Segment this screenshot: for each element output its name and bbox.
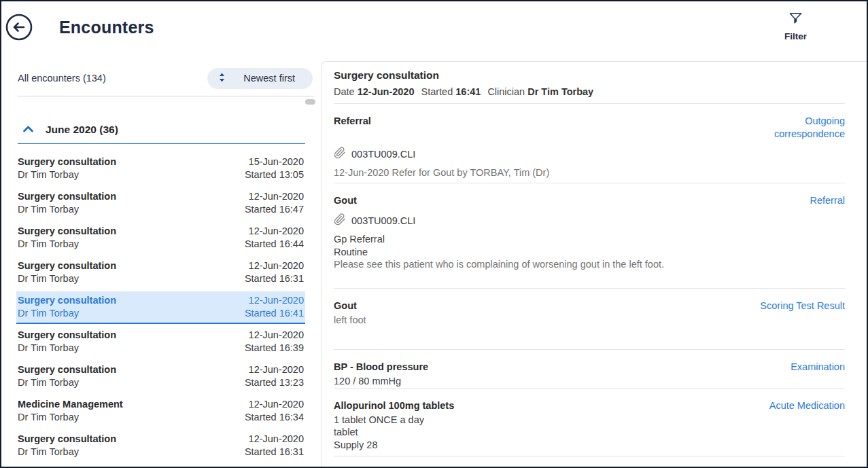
detail-section: BP - Blood pressure Examination 120 / 80… — [334, 350, 845, 389]
section-category-link[interactable]: Referral — [810, 194, 845, 207]
encounter-type: Medicine Management — [18, 398, 123, 411]
list-item[interactable]: Surgery consultation Dr Tim Torbay 15-Ju… — [16, 153, 305, 184]
section-text-line: 1 tablet ONCE a day — [334, 414, 845, 427]
list-item[interactable]: Surgery consultation Dr Tim Torbay 12-Ju… — [16, 326, 305, 357]
attachment-row[interactable]: 003TU009.CLI — [334, 213, 845, 228]
encounter-type: Surgery consultation — [18, 190, 116, 203]
encounter-type: Surgery consultation — [18, 363, 116, 376]
encounter-clinician: Dr Tim Torbay — [18, 446, 116, 458]
list-item[interactable]: Surgery consultation Dr Tim Torbay 12-Ju… — [16, 222, 305, 253]
scrollbar-thumb[interactable] — [305, 99, 315, 105]
encounter-clinician: Dr Tim Torbay — [18, 168, 116, 181]
detail-header: Surgery consultation Date 12-Jun-2020Sta… — [334, 69, 845, 104]
encounter-type: Surgery consultation — [18, 329, 116, 342]
section-title: Gout — [334, 300, 357, 312]
list-item[interactable]: Surgery consultation Dr Tim Torbay 12-Ju… — [16, 291, 305, 324]
encounter-started-time: Started 16:44 — [245, 238, 304, 251]
meta-label: Started — [421, 86, 456, 97]
toolbar-divider — [18, 96, 314, 96]
section-lines: 1 tablet ONCE a daytabletSupply 28 — [334, 414, 845, 452]
detail-sections: Referral Outgoing correspondence 003TU00… — [334, 104, 845, 456]
encounter-date: 12-Jun-2020 — [245, 225, 304, 238]
attachment-row[interactable]: 003TU009.CLI — [334, 147, 845, 162]
app-header: Encounters Filter — [1, 1, 867, 61]
encounter-date: 15-Jun-2020 — [245, 156, 304, 168]
list-item[interactable]: Surgery consultation Dr Tim Torbay 12-Ju… — [16, 361, 305, 392]
group-header-june-2020[interactable]: June 2020 (36) — [22, 124, 321, 136]
encounter-started-time: Started 13:05 — [245, 168, 304, 181]
content-split: All encounters (134) Newest first — [1, 61, 867, 467]
encounter-started-time: Started 13:23 — [245, 376, 304, 389]
paperclip-icon — [334, 147, 346, 162]
section-category-link[interactable]: Acute Medication — [769, 399, 845, 412]
sort-arrows-icon — [218, 72, 226, 85]
encounter-started-time: Started 16:47 — [245, 203, 304, 216]
encounter-started-time: Started 16:41 — [245, 307, 304, 320]
section-text-line: 120 / 80 mmHg — [334, 375, 845, 388]
encounter-started-time: Started 16:34 — [245, 411, 304, 424]
group-underline — [18, 143, 305, 144]
detail-section: Allopurinol 100mg tablets Acute Medicati… — [334, 389, 845, 456]
encounter-started-time: Started 16:31 — [245, 446, 304, 458]
section-category-link[interactable]: Examination — [791, 361, 845, 374]
encounter-type: Surgery consultation — [18, 433, 116, 446]
meta-value: 16:41 — [455, 86, 481, 97]
encounter-list-panel: All encounters (134) Newest first — [1, 61, 321, 467]
section-lines: 120 / 80 mmHg — [334, 375, 845, 388]
detail-section: Referral Outgoing correspondence 003TU00… — [334, 104, 845, 183]
list-item[interactable]: Surgery consultation Dr Tim Torbay 12-Ju… — [16, 257, 305, 288]
detail-meta: Date 12-Jun-2020Started 16:41Clinician D… — [334, 86, 845, 97]
encounter-clinician: Dr Tim Torbay — [18, 272, 116, 285]
filter-label: Filter — [784, 31, 807, 41]
list-item[interactable]: Surgery consultation 12-Jun-2020 — [16, 465, 305, 467]
list-item[interactable]: Surgery consultation Dr Tim Torbay 12-Ju… — [16, 187, 305, 219]
detail-section: Gout Scoring Test Result left foot — [334, 289, 845, 350]
chevron-up-icon — [22, 124, 34, 136]
section-lines: Gp ReferralRoutinePlease see this patien… — [334, 233, 845, 271]
section-category-link[interactable]: Outgoing correspondence — [743, 115, 845, 141]
list-item[interactable]: Medicine Management Dr Tim Torbay 12-Jun… — [16, 395, 305, 427]
section-text-line: left foot — [334, 314, 845, 327]
section-lines: 12-Jun-2020 Refer for Gout by TORBAY, Ti… — [334, 166, 845, 179]
encounter-clinician: Dr Tim Torbay — [18, 342, 116, 355]
paperclip-icon — [334, 213, 346, 228]
encounter-type: Surgery consultation — [18, 225, 116, 238]
section-title: BP - Blood pressure — [334, 361, 428, 374]
detail-section: Gout Referral 003TU009.CLI Gp ReferralRo… — [334, 183, 845, 289]
section-text-line: Please see this patient who is complaini… — [334, 258, 845, 271]
meta-label: Date — [334, 86, 358, 97]
sort-button[interactable]: Newest first — [207, 68, 313, 89]
all-encounters-count: All encounters (134) — [18, 73, 106, 84]
encounters-window: Encounters Filter All encounters (134) — [0, 0, 868, 468]
encounter-date: 12-Jun-2020 — [245, 398, 304, 411]
encounter-clinician: Dr Tim Torbay — [18, 203, 116, 216]
encounter-date: 12-Jun-2020 — [245, 363, 304, 376]
encounter-date: 12-Jun-2020 — [245, 294, 304, 307]
encounter-clinician: Dr Tim Torbay — [18, 376, 116, 389]
meta-value: Dr Tim Torbay — [527, 86, 593, 97]
encounter-date: 12-Jun-2020 — [245, 190, 304, 203]
page-title: Encounters — [59, 18, 154, 37]
section-title: Gout — [334, 194, 357, 207]
back-button[interactable] — [5, 13, 33, 41]
section-title: Allopurinol 100mg tablets — [334, 399, 454, 412]
section-text-line: Gp Referral — [334, 233, 845, 246]
funnel-icon — [788, 11, 803, 29]
section-title: Referral — [334, 115, 371, 128]
section-text-line: Routine — [334, 246, 845, 259]
encounter-date: 12-Jun-2020 — [245, 329, 304, 342]
arrow-left-circle-icon — [5, 33, 33, 43]
encounter-clinician: Dr Tim Torbay — [18, 238, 116, 251]
filter-button[interactable]: Filter — [784, 11, 807, 41]
list-item[interactable]: Surgery consultation Dr Tim Torbay 12-Ju… — [16, 430, 305, 461]
encounter-detail-panel: Surgery consultation Date 12-Jun-2020Sta… — [321, 61, 867, 467]
section-text-line: Supply 28 — [334, 439, 845, 452]
encounter-type: Surgery consultation — [18, 156, 116, 168]
detail-title: Surgery consultation — [334, 69, 845, 82]
sort-label: Newest first — [243, 73, 295, 84]
section-text-line: 12-Jun-2020 Refer for Gout by TORBAY, Ti… — [334, 166, 845, 179]
section-category-link[interactable]: Scoring Test Result — [760, 300, 845, 312]
list-toolbar: All encounters (134) Newest first — [16, 61, 321, 90]
encounter-date: 12-Jun-2020 — [245, 433, 304, 446]
group-label: June 2020 (36) — [46, 124, 118, 136]
